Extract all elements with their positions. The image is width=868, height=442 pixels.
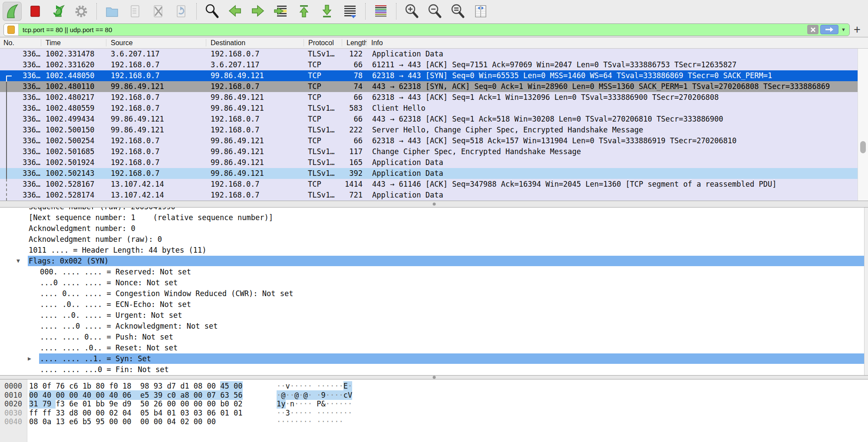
filter-clear-button[interactable] [807,25,818,34]
zoom-reset-button[interactable] [448,2,467,21]
hex-byte: d9 [122,399,140,409]
ascii-char: · [330,399,334,409]
packet-row[interactable]: 336…1002.500254192.168.0.799.86.49.121TC… [0,135,858,146]
capture-options-button[interactable] [72,2,91,21]
detail-row[interactable]: 000. .... .... = Reserved: Not set [0,266,868,277]
hex-row[interactable]: 0030ff ff 33 d8 00 00 02 04 05 b4 01 03 … [0,409,868,418]
packet-row[interactable]: 336…1002.52816713.107.42.14192.168.0.7TC… [0,179,858,190]
hex-byte: ff [43,408,56,418]
column-header-destination[interactable]: Destination [206,39,304,46]
close-file-button[interactable] [149,2,168,21]
hex-offset: 0030 [0,409,27,418]
go-to-packet-button[interactable] [271,2,290,21]
ascii-char: · [294,417,299,426]
detail-row[interactable]: .... .... 0... = Push: Not set [0,331,868,342]
previous-packet-button[interactable] [225,2,244,21]
detail-row[interactable]: .... ...0 .... = Acknowledgment: Not set [0,320,868,331]
reload-file-button[interactable] [172,2,191,21]
packet-row[interactable]: 336…1002.480559192.168.0.799.86.49.121TL… [0,103,858,114]
hex-byte: 03 [194,408,207,418]
ascii-char: · [330,390,334,400]
hex-row[interactable]: 000018 0f 76 c6 1b 80 f0 18 98 93 d7 d1 … [0,382,868,391]
save-file-button[interactable] [125,2,145,21]
cell-destination: 99.86.49.121 [206,70,304,81]
detail-row[interactable]: .... .... ...0 = Fin: Not set [0,364,868,375]
packet-row[interactable]: 336…1002.49943499.86.49.121192.168.0.7TC… [0,114,858,125]
display-filter-input[interactable]: tcp.port == 80 || udp.port == 80 [19,24,807,36]
packet-row[interactable]: 336…1002.502143192.168.0.799.86.49.121TL… [0,168,858,179]
find-packet-button[interactable] [202,2,221,21]
expand-arrow-right-icon[interactable]: ▶ [28,355,39,362]
filter-apply-button[interactable] [820,25,838,34]
detail-row[interactable]: Sequence number (raw): 2005041990 [0,208,868,212]
cell-info: Change Cipher Spec, Encrypted Handshake … [367,146,858,157]
pane-splitter-top[interactable] [0,201,868,208]
packet-row[interactable]: 336…1002.48011099.86.49.121192.168.0.7TC… [0,81,858,92]
detail-row[interactable]: .... ..0. .... = Urgent: Not set [0,310,868,320]
colorize-packets-button[interactable] [371,2,390,21]
filter-add-button[interactable]: + [850,23,865,36]
save-document-icon [128,3,142,19]
hex-byte: 1b [83,381,96,391]
packet-row[interactable]: 336…1002.52817413.107.42.14192.168.0.7TL… [0,190,858,201]
packet-row[interactable]: 336…1002.3314783.6.207.117192.168.0.7TLS… [0,49,858,59]
detail-row[interactable]: ...0 .... .... = Nonce: Not set [0,277,868,288]
hex-bytes: 08 0a 13 e6 b5 95 00 00 00 00 04 02 00 0… [27,417,277,426]
hex-row[interactable]: 001000 40 00 00 40 00 40 06 e5 39 c0 a8 … [0,391,868,400]
ascii-char: E [343,381,348,391]
column-header-no[interactable]: No. [0,39,41,46]
detail-row[interactable]: Acknowledgment number (raw): 0 [0,234,868,244]
first-packet-button[interactable] [294,2,314,21]
column-header-protocol[interactable]: Protocol [304,39,342,46]
detail-row[interactable]: .... .... .0.. = Reset: Not set [0,342,868,353]
folder-icon [105,3,119,19]
packet-row[interactable]: 336…1002.331620192.168.0.73.6.207.117TCP… [0,59,858,70]
next-packet-button[interactable] [248,2,267,21]
start-capture-button[interactable] [3,2,22,21]
detail-row[interactable]: .... .0.. .... = ECN-Echo: Not set [0,299,868,310]
expand-arrow-down-icon[interactable]: ▼ [17,257,28,264]
open-file-button[interactable] [102,2,122,21]
hex-row[interactable]: 004008 0a 13 e6 b5 95 00 00 00 00 04 02 … [0,417,868,426]
restart-capture-button[interactable] [49,2,68,21]
cell-source: 99.86.49.121 [106,81,206,92]
scrollbar-thumb[interactable] [860,141,866,153]
filter-dropdown-caret[interactable]: ▼ [841,27,848,32]
details-scrollbar-gutter[interactable] [864,208,868,375]
cell-protocol: TLSv1… [304,125,342,135]
zoom-out-button[interactable] [425,2,444,21]
detail-row[interactable]: 1011 .... = Header Length: 44 bytes (11) [0,244,868,255]
resize-columns-button[interactable] [471,2,490,21]
hex-byte: f0 [109,381,122,391]
stop-capture-button[interactable] [26,2,45,21]
hex-ascii: ··3····· ········ [277,409,352,418]
column-header-length[interactable]: Length [342,39,367,46]
hex-byte: 40 [109,390,122,400]
packet-list-scrollbar[interactable] [858,49,868,201]
filter-bookmark-button[interactable] [4,24,19,36]
pane-splitter-bottom[interactable] [0,375,868,379]
hex-row[interactable]: 002031 79 f3 6e 01 bb 9e d9 50 26 00 00 … [0,399,868,409]
detail-row[interactable]: ▼Flags: 0x002 (SYN) [0,255,868,266]
packet-list-body: 336…1002.3314783.6.207.117192.168.0.7TLS… [0,49,858,201]
hex-byte: 00 [154,417,167,426]
packet-row[interactable]: 336…1002.50015099.86.49.121192.168.0.7TL… [0,125,858,135]
hex-byte: c6 [69,381,83,391]
last-packet-button[interactable] [317,2,337,21]
packet-row[interactable]: 336…1002.501924192.168.0.799.86.49.121TL… [0,157,858,168]
column-header-time[interactable]: Time [41,39,106,46]
packet-row[interactable]: 336…1002.501685192.168.0.799.86.49.121TL… [0,146,858,157]
column-header-info[interactable]: Info [367,39,868,46]
detail-row[interactable]: ▶.... .... ..1. = Syn: Set [0,353,868,364]
shark-fin-icon [5,3,20,19]
column-header-source[interactable]: Source [106,39,206,46]
zoom-in-button[interactable] [402,2,421,21]
packet-row[interactable]: 336…1002.480217192.168.0.799.86.49.121TC… [0,92,858,103]
wireshark-window: tcp.port == 80 || udp.port == 80 ▼ + [0,0,868,442]
detail-row[interactable]: .... 0... .... = Congestion Window Reduc… [0,288,868,299]
ascii-char: · [326,381,330,391]
auto-scroll-button[interactable] [340,2,360,21]
detail-row[interactable]: [Next sequence number: 1 (relative seque… [0,212,868,223]
packet-row[interactable]: 336…1002.448050192.168.0.799.86.49.121TC… [0,70,858,81]
detail-row[interactable]: Acknowledgment number: 0 [0,223,868,234]
